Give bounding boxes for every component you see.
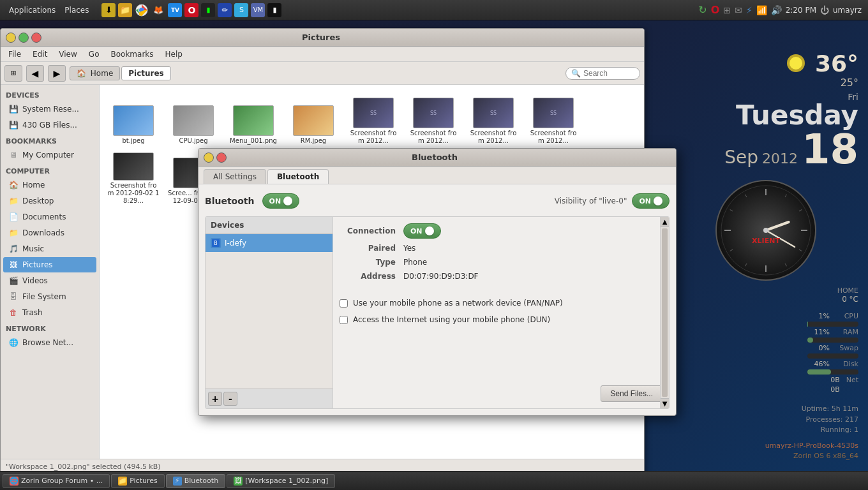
- bt-scroll-up[interactable]: ▲: [661, 217, 669, 227]
- sidebar-item-filesystem[interactable]: 🗄 File System: [3, 289, 96, 304]
- bt-paired-label: Paired: [340, 244, 403, 253]
- fm-menu-go[interactable]: Go: [84, 48, 105, 60]
- taskbar-app-editor[interactable]: ✏: [218, 3, 232, 17]
- bt-scroll-thumb[interactable]: [662, 228, 668, 397]
- taskbar-win-forum[interactable]: 🌐 Zorin Group Forum • ...: [3, 474, 110, 488]
- taskbar-app-firefox[interactable]: 🦊: [151, 3, 165, 17]
- bt-title: Bluetooth: [227, 152, 643, 162]
- fm-minimize-button[interactable]: [6, 33, 16, 43]
- sidebar-item-mycomputer[interactable]: 🖥 My Computer: [3, 147, 96, 163]
- file-name-ss1: Screenshot from 2012...: [347, 130, 400, 145]
- sidebar-item-home[interactable]: 🏠 Home: [3, 177, 96, 193]
- fm-breadcrumb-pictures[interactable]: Pictures: [121, 66, 171, 80]
- taskbar-app-vmware[interactable]: VM: [251, 3, 265, 17]
- bt-close-button[interactable]: [216, 152, 227, 163]
- sidebar-item-network[interactable]: 🌐 Browse Net...: [3, 335, 96, 350]
- bt-footer: Send Files...: [340, 383, 662, 402]
- bt-dun-checkbox[interactable]: [340, 316, 348, 324]
- menu-applications[interactable]: Applications: [5, 3, 59, 17]
- weather-weekday: Tuesday: [673, 102, 858, 129]
- taskbar-volume-icon[interactable]: 🔊: [771, 5, 782, 15]
- os-text: Zorin OS 6 x86_64: [673, 451, 858, 462]
- sidebar-item-music[interactable]: 🎵 Music: [3, 241, 96, 256]
- sidebar-item-430gb[interactable]: 💾 430 GB Files...: [3, 117, 96, 133]
- taskbar-mail-icon[interactable]: ✉: [735, 5, 742, 15]
- fm-breadcrumb-home[interactable]: 🏠 Home: [70, 66, 120, 80]
- menu-places[interactable]: Places: [61, 3, 93, 17]
- fm-close-button[interactable]: [31, 33, 41, 43]
- weather-temp-sec: 25°: [815, 77, 858, 89]
- file-item-ss3[interactable]: SS Screenshot from 2012...: [465, 90, 522, 147]
- taskbar-app-teamviewer[interactable]: TV: [168, 3, 182, 17]
- taskbar-app-files[interactable]: 📁: [118, 3, 132, 17]
- file-item-rm[interactable]: RM.jpeg: [285, 90, 342, 147]
- bt-connection-toggle[interactable]: ON: [403, 223, 441, 239]
- sidebar-computer-title: Computer: [1, 163, 99, 177]
- weather-month: Sep: [724, 147, 758, 168]
- file-item-cpu[interactable]: CPU.jpeg: [165, 90, 222, 147]
- taskbar-app-terminal[interactable]: ▮: [201, 3, 215, 17]
- file-thumb-ss4: SS: [533, 98, 574, 128]
- disk-bar-row: [664, 369, 868, 375]
- sidebar-item-downloads[interactable]: 📁 Downloads: [3, 225, 96, 241]
- taskbar-monitor-icon[interactable]: ⊞: [723, 5, 731, 15]
- taskbar-wifi-icon[interactable]: 📶: [756, 5, 767, 15]
- fm-menu-bookmarks[interactable]: Bookmarks: [105, 48, 158, 60]
- fm-search-input[interactable]: [583, 69, 634, 78]
- swap-bar-row: [664, 353, 868, 359]
- fm-nav-back[interactable]: ◀: [26, 65, 44, 82]
- fm-search-box[interactable]: 🔍: [565, 67, 640, 80]
- clock-container: XLIENT: [664, 179, 868, 281]
- taskbar-time: 2:20 PM: [786, 6, 816, 15]
- sidebar-item-pictures[interactable]: 🖼 Pictures: [3, 257, 96, 272]
- network-icon: 🌐: [8, 338, 19, 348]
- taskbar-app-streamtuner[interactable]: S: [234, 3, 248, 17]
- taskbar-power-icon[interactable]: ⏻: [820, 5, 829, 15]
- bt-send-files-button[interactable]: Send Files...: [601, 385, 662, 402]
- taskbar-win-image[interactable]: 🖼 [Workspace 1_002.png]: [227, 474, 335, 488]
- taskbar-bluetooth-icon[interactable]: ⚡: [746, 5, 752, 15]
- ram-bar: [807, 338, 813, 343]
- taskbar-app-terminal2[interactable]: ▮: [267, 3, 281, 17]
- file-item-bt[interactable]: bt.jpeg: [105, 90, 162, 147]
- file-item-ss5[interactable]: Screenshot from 2012-09-02 18:29...: [105, 150, 162, 207]
- fm-menu-file[interactable]: File: [3, 48, 26, 60]
- taskbar-app-chrome[interactable]: [135, 3, 149, 17]
- sidebar-item-desktop[interactable]: 📁 Desktop: [3, 193, 96, 209]
- cpu-label: CPU: [836, 312, 858, 320]
- fm-maximize-button[interactable]: [19, 33, 29, 43]
- fm-nav-sidebar-toggle[interactable]: ⊞: [4, 65, 22, 82]
- fm-nav-forward[interactable]: ▶: [48, 65, 66, 82]
- sidebar-item-trash[interactable]: 🗑 Trash: [3, 305, 96, 320]
- taskbar-win-bluetooth[interactable]: ⚡ Bluetooth: [166, 474, 225, 488]
- bluetooth-taskbar-label: Bluetooth: [184, 477, 218, 485]
- sidebar-item-documents[interactable]: 📄 Documents: [3, 209, 96, 225]
- file-name-ss5: Screenshot from 2012-09-02 18:29...: [107, 182, 160, 205]
- bt-pan-checkbox[interactable]: [340, 299, 348, 308]
- bt-win-buttons: [204, 152, 227, 163]
- file-item-ss1[interactable]: SS Screenshot from 2012...: [345, 90, 402, 147]
- file-item-menu[interactable]: Menu_001.png: [225, 90, 282, 147]
- taskbar-opera-icon[interactable]: O: [711, 4, 720, 16]
- bt-scroll-down[interactable]: ▼: [661, 398, 669, 408]
- bt-remove-device-button[interactable]: -: [223, 392, 237, 406]
- bt-toggle-button[interactable]: ON: [262, 193, 300, 209]
- taskbar-win-pictures[interactable]: 📁 Pictures: [111, 474, 165, 488]
- fm-menu-view[interactable]: View: [54, 48, 82, 60]
- bt-tab-bluetooth[interactable]: Bluetooth: [267, 169, 329, 184]
- bt-tab-allsettings[interactable]: All Settings: [204, 169, 266, 184]
- file-item-ss2[interactable]: SS Screenshot from 2012...: [405, 90, 462, 147]
- file-item-ss4[interactable]: SS Screenshot from 2012...: [525, 90, 582, 147]
- fm-menu-help[interactable]: Help: [160, 48, 188, 60]
- taskbar-app-opera[interactable]: O: [184, 3, 198, 17]
- bt-minimize-button[interactable]: [204, 152, 214, 163]
- taskbar-sync-icon[interactable]: ↻: [698, 4, 707, 16]
- fm-menu-edit[interactable]: Edit: [27, 48, 52, 60]
- bt-add-device-button[interactable]: +: [208, 392, 222, 406]
- sidebar-item-sysreserve[interactable]: 💾 System Rese...: [3, 101, 96, 117]
- bt-device-item-idefy[interactable]: B I-defy: [206, 234, 333, 252]
- taskbar-app-download[interactable]: ⬇: [101, 3, 116, 17]
- bt-scrollbar[interactable]: ▲ ▼: [660, 217, 669, 408]
- sidebar-item-videos[interactable]: 🎬 Videos: [3, 273, 96, 288]
- bt-visibility-toggle[interactable]: ON: [632, 193, 670, 209]
